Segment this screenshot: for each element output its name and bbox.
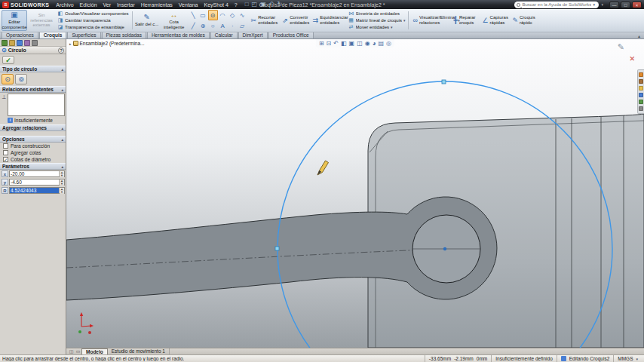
polygon-tool-icon[interactable]: ◇ [228,10,238,20]
new-file-icon[interactable]: □ [245,1,249,8]
open-file-icon[interactable]: ◰ [252,1,258,8]
relations-listbox[interactable] [8,94,65,116]
panel-help-icon[interactable]: ? [58,48,64,54]
spline-tool-icon[interactable]: ∿ [238,10,247,20]
trim-entities-button[interactable]: ✂ Recortar entidades [249,10,279,31]
view-settings-icon[interactable]: ◎ [386,40,391,47]
for-construction-checkbox[interactable] [3,143,8,149]
exit-sketch-button[interactable]: ✎ Salir del c... [134,10,160,31]
arc-tool-icon[interactable]: ◠ [218,10,228,20]
display-style-icon[interactable]: ◫ [357,40,363,47]
search-input[interactable] [522,2,591,7]
sketch-origin-triad[interactable] [80,312,94,327]
zoom-area-icon[interactable]: ⊡ [327,40,332,47]
repair-sketch-button[interactable]: ╋ Reparar croquis [451,10,478,31]
minimize-button[interactable]: — [609,2,619,8]
spin-down-icon[interactable]: ▼ [60,174,64,177]
graphics-viewport[interactable]: ▸ Ensamblaje2 (Predetermina... ⊞ ⊡ ↶ ◧ ▣… [66,39,644,348]
hide-show-components-button[interactable]: ◧ Ocultar/Visualizar componentes [56,11,130,17]
help-search-box[interactable]: ▾ [514,2,599,8]
radius-spinner[interactable]: ▲ ▼ [59,188,64,193]
sketch-point-left[interactable] [275,247,279,250]
view-orientation-icon[interactable]: ▣ [349,40,355,47]
change-transparency-button[interactable]: ◨ Cambiar transparencia [56,17,130,23]
menu-archivo[interactable]: Archivo [53,2,76,8]
menu-keyshot[interactable]: KeyShot 4 [201,2,232,8]
smart-dimension-button[interactable]: ↔ Cota inteligente [161,10,187,31]
feature-tree-root-item[interactable]: Ensamblaje2 (Predetermina... [80,41,145,46]
ok-button[interactable]: ✓ [2,56,14,64]
parallelogram-tool-icon[interactable]: ▱ [238,20,247,31]
unit-system-dropdown[interactable]: MMGS ▾ [613,355,642,362]
tree-expand-icon[interactable]: ▸ [69,41,72,46]
perimeter-circle-button[interactable]: ⊚ [15,74,27,84]
spin-down-icon[interactable]: ▼ [60,183,64,186]
convert-entities-button[interactable]: ⇗ Convertir entidades [281,10,309,31]
move-entities-dropdown-icon[interactable]: ▾ [391,25,393,29]
maximize-button[interactable]: □ [621,2,630,8]
mirror-entities-button[interactable]: ⋈ Simetría de entidades [347,11,407,17]
center-x-spinner[interactable]: ▲ ▼ [59,171,64,176]
view-palette-tab[interactable] [639,93,643,97]
hide-show-items-icon[interactable]: ◉ [365,40,370,47]
center-circle-button[interactable]: ⊙ [2,74,14,84]
feature-manager-tab[interactable] [2,40,8,46]
menu-insertar[interactable]: Insertar [114,2,138,8]
add-dimensions-option[interactable]: Agregar cotas [0,149,66,156]
offset-entities-button[interactable]: ⇉ Equidistanciar entidades [311,10,345,31]
motion-study-tab[interactable]: Estudio de movimiento 1 [108,348,170,354]
menu-edicion[interactable]: Edición [77,2,100,8]
circle-tool-icon[interactable]: ⊙ [208,10,218,20]
center-y-spinner[interactable]: ▲ ▼ [59,179,64,185]
sketch-circle-center-point[interactable] [443,247,446,250]
cancel-sketch-icon[interactable]: ✕ [629,55,635,63]
text-tool-icon[interactable]: A [218,20,228,31]
circle-type-section-header[interactable]: Tipo de círculo ▴ [0,66,66,72]
scene-canvas[interactable] [66,39,644,348]
confirm-exit-sketch-icon[interactable]: ✎ [618,42,624,52]
configuration-manager-tab[interactable] [17,40,23,46]
center-y-field[interactable]: -4.60 ▲ ▼ [9,179,65,186]
collapse-ribbon-icon[interactable]: ▴ [638,33,640,38]
dimxpert-manager-tab[interactable] [24,40,30,46]
editing-status[interactable]: Editando Croquis2 [557,355,613,362]
search-dropdown-icon[interactable]: ▾ [593,2,595,7]
ellipse-tool-icon[interactable]: ○ [208,20,218,31]
point-tool-icon[interactable]: ⊕ [198,20,208,31]
edit-component-button[interactable]: ▣ Editar componente [2,10,27,31]
spin-down-icon[interactable]: ▼ [60,191,64,194]
design-library-tab[interactable] [639,79,643,84]
quick-snaps-button[interactable]: ∠ Capturas rápidas [480,10,508,31]
previous-view-icon[interactable]: ↶ [333,40,339,47]
linear-pattern-button[interactable]: ▦ Matriz lineal de croquis ▾ [347,17,407,23]
splitter-icon[interactable]: ▭ [75,348,81,354]
no-external-references-button[interactable]: Sin referencias externas [29,10,54,31]
section-view-icon[interactable]: ◧ [341,40,347,47]
appearances-tab[interactable] [639,100,643,104]
splitter-icon[interactable]: ◫ [68,348,75,354]
add-relations-section-header[interactable]: Agregar relaciones ▴ [0,124,66,131]
edit-appearance-icon[interactable]: ◕ [373,40,376,47]
existing-relations-section-header[interactable]: Relaciones existentes ▴ [0,86,66,93]
radius-field[interactable]: 4.52424043 ▲ ▼ [9,187,65,194]
center-x-field[interactable]: -20.00 ▲ ▼ [9,170,65,177]
file-explorer-tab[interactable] [639,86,643,90]
diameter-dimensions-checkbox[interactable]: ✓ [3,157,8,162]
menu-ventana[interactable]: Ventana [176,2,201,8]
model-tab[interactable]: Modelo [81,348,108,354]
linear-pattern-dropdown-icon[interactable]: ▾ [403,18,406,23]
sketch-point-top[interactable] [442,80,446,84]
display-manager-tab[interactable] [32,40,38,46]
property-manager-tab[interactable] [9,40,15,46]
apply-scene-icon[interactable]: ▤ [379,40,385,47]
custom-properties-tab[interactable] [639,106,643,111]
options-section-header[interactable]: Opciones ▴ [0,136,66,143]
close-button[interactable]: × [632,2,642,8]
display-delete-relations-button[interactable]: ∞ Visualizar/Eliminar relaciones ▾ [410,10,449,31]
move-entities-button[interactable]: ⇄ Mover entidades ▾ [347,24,407,30]
menu-help[interactable]: ? [232,2,241,8]
diameter-dimensions-option[interactable]: ✓ Cotas de diámetro [0,156,66,163]
for-construction-option[interactable]: Para construcción [0,143,66,149]
sketch-point-tool-icon[interactable]: ∙ [228,20,238,31]
centerline-tool-icon[interactable]: ╱ [189,20,198,31]
